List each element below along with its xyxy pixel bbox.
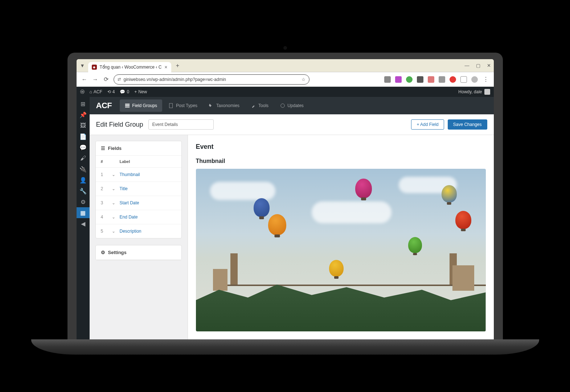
browser-tab-bar: ▾ ◆ Tổng quan ‹ WooCommerce ‹ C × + — ▢ …: [77, 59, 494, 72]
page-title: Edit Field Group: [96, 121, 143, 128]
url-text: giniwebseo.vn/wp-admin/admin.php?page=wc…: [124, 77, 226, 82]
svg-rect-1: [125, 105, 130, 106]
new-tab-button[interactable]: +: [173, 61, 182, 70]
save-changes-button[interactable]: Save Changes: [448, 119, 487, 130]
acf-logo: ACF: [96, 101, 112, 110]
maximize-window-icon[interactable]: ▢: [476, 63, 480, 68]
howdy-text[interactable]: Howdy, dale: [458, 89, 482, 94]
comments-menu-icon[interactable]: 💬: [77, 142, 90, 153]
page-header: Edit Field Group + Add Field Save Change…: [90, 114, 494, 135]
taxonomies-icon: [209, 103, 214, 108]
field-row[interactable]: 4 ⌄ End Date: [96, 210, 181, 224]
extension-icon[interactable]: [450, 76, 456, 83]
nav-taxonomies[interactable]: Taxonomies: [204, 99, 245, 112]
dashboard-menu-icon[interactable]: ⊞: [77, 98, 90, 109]
chevron-down-icon[interactable]: ⌄: [112, 186, 120, 191]
browser-tab[interactable]: ◆ Tổng quan ‹ WooCommerce ‹ C ×: [88, 62, 171, 72]
bookmark-icon[interactable]: ☆: [302, 77, 305, 82]
users-menu-icon[interactable]: 👤: [77, 175, 90, 185]
field-label-link[interactable]: Description: [120, 229, 142, 234]
field-label-link[interactable]: Thumbnail: [120, 172, 140, 177]
pages-menu-icon[interactable]: 📄: [77, 131, 90, 142]
col-label: Label: [120, 159, 130, 164]
svg-rect-2: [125, 107, 130, 108]
wp-admin-menu: ⊞ 📌 🖼 📄 💬 🖌 🔌 👤 🔧 ⚙ ▦ ◀: [77, 97, 90, 339]
nav-field-groups[interactable]: Field Groups: [120, 99, 162, 112]
nav-updates[interactable]: Updates: [275, 99, 309, 112]
close-tab-icon[interactable]: ×: [164, 64, 167, 70]
browser-toolbar: ← → ⟳ ⇄ giniwebseo.vn/wp-admin/admin.php…: [77, 72, 494, 87]
extension-icon[interactable]: [428, 76, 434, 83]
field-row[interactable]: 2 ⌄ Title: [96, 182, 181, 196]
field-group-title-input[interactable]: [148, 119, 214, 130]
fields-panel-icon: ☰: [101, 146, 105, 151]
preview-heading: Event: [196, 143, 486, 151]
chevron-down-icon[interactable]: ⌄: [112, 229, 120, 234]
preview-panel: Event Thumbnail: [188, 135, 494, 339]
settings-panel-title: Settings: [108, 250, 127, 255]
new-content-link[interactable]: + New: [134, 89, 147, 94]
field-label-link[interactable]: End Date: [120, 215, 138, 220]
fields-panel-title: Fields: [108, 146, 122, 151]
tab-favicon-icon: ◆: [92, 65, 97, 70]
extensions-menu-icon[interactable]: [460, 76, 467, 83]
minimize-window-icon[interactable]: —: [465, 63, 469, 68]
thumbnail-image[interactable]: [196, 169, 486, 331]
wp-logo-icon[interactable]: ⓦ: [80, 89, 85, 95]
reload-button[interactable]: ⟳: [103, 76, 110, 83]
extension-icon[interactable]: [395, 76, 402, 83]
chevron-down-icon[interactable]: ⌄: [112, 172, 120, 177]
nav-post-types[interactable]: Post Types: [164, 99, 202, 112]
field-row[interactable]: 3 ⌄ Start Date: [96, 196, 181, 210]
chevron-down-icon[interactable]: ⌄: [112, 215, 120, 220]
field-groups-icon: [125, 103, 130, 108]
svg-rect-3: [169, 103, 173, 108]
extension-icon[interactable]: [384, 76, 391, 83]
plugins-menu-icon[interactable]: 🔌: [77, 164, 90, 175]
field-row[interactable]: 5 ⌄ Description: [96, 224, 181, 238]
media-menu-icon[interactable]: 🖼: [77, 120, 90, 131]
comments-link[interactable]: 💬 0: [120, 89, 129, 94]
acf-menu-icon[interactable]: ▦: [77, 207, 90, 218]
tab-search-dropdown[interactable]: ▾: [79, 63, 85, 69]
site-info-icon[interactable]: ⇄: [118, 77, 121, 82]
field-label-link[interactable]: Title: [120, 186, 128, 191]
acf-header: ACF Field Groups Post Types Taxonomies: [90, 97, 494, 114]
forward-button[interactable]: →: [92, 76, 99, 83]
updates-link[interactable]: ⟲ 4: [107, 89, 115, 94]
col-number: #: [101, 159, 112, 164]
wp-admin-bar: ⓦ ⌂ ACF ⟲ 4 💬 0 + New Howdy, dale: [77, 87, 494, 97]
chevron-down-icon[interactable]: ⌄: [112, 200, 120, 205]
profile-avatar-icon[interactable]: [471, 76, 478, 83]
user-avatar-icon[interactable]: [484, 89, 490, 95]
extension-icon[interactable]: [439, 76, 445, 83]
chrome-menu-icon[interactable]: ⋮: [482, 76, 489, 83]
extension-icon[interactable]: [406, 76, 413, 83]
posts-menu-icon[interactable]: 📌: [77, 109, 90, 120]
fields-panel: ☰ Fields # Label 1 ⌄ Thumbn: [95, 141, 182, 238]
tools-icon: [251, 103, 256, 108]
gear-icon: ⚙: [101, 250, 105, 255]
collapse-menu-icon[interactable]: ◀: [77, 218, 90, 229]
svg-rect-0: [125, 104, 130, 105]
tools-menu-icon[interactable]: 🔧: [77, 185, 90, 196]
post-types-icon: [169, 103, 174, 108]
appearance-menu-icon[interactable]: 🖌: [77, 153, 90, 164]
nav-tools[interactable]: Tools: [246, 99, 274, 112]
settings-menu-icon[interactable]: ⚙: [77, 196, 90, 207]
updates-icon: [280, 103, 285, 108]
tab-title: Tổng quan ‹ WooCommerce ‹ C: [100, 65, 162, 70]
svg-point-4: [281, 104, 285, 108]
back-button[interactable]: ←: [81, 76, 88, 83]
field-label-link[interactable]: Start Date: [120, 200, 139, 205]
site-name-link[interactable]: ⌂ ACF: [90, 89, 102, 94]
add-field-button[interactable]: + Add Field: [411, 119, 444, 130]
field-row[interactable]: 1 ⌄ Thumbnail: [96, 168, 181, 182]
close-window-icon[interactable]: ✕: [487, 63, 491, 68]
extension-icon[interactable]: [417, 76, 423, 83]
thumbnail-field-label: Thumbnail: [196, 158, 486, 164]
settings-panel: ⚙ Settings: [95, 245, 182, 260]
address-bar[interactable]: ⇄ giniwebseo.vn/wp-admin/admin.php?page=…: [114, 74, 309, 85]
